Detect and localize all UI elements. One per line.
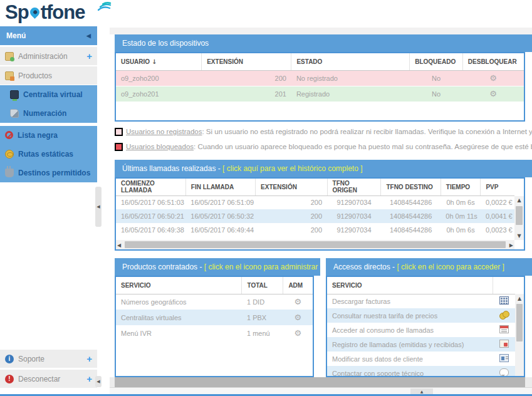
product-total: 1 DID <box>242 294 283 310</box>
sidebar-item-destinos-permitidos[interactable]: Destinos permitidos <box>0 164 97 182</box>
call-comienzo: 16/05/2017 06:49:38 <box>116 223 185 237</box>
legend-desc: : Cuando un usuario aparece bloqueado es… <box>194 143 532 150</box>
shortcut-row[interactable]: Registro de llamadas (emitidas y recibid… <box>327 337 515 352</box>
alert-icon: ! <box>5 375 14 383</box>
shortcut-row[interactable]: Descargar facturas <box>327 294 515 308</box>
sidebar-item-numeracion[interactable]: Numeración <box>0 104 97 123</box>
call-row[interactable]: 16/05/2017 06:49:38 16/05/2017 06:49:44 … <box>116 223 514 237</box>
scroll-down-icon[interactable]: ▼ <box>514 233 524 239</box>
panel-expand-button[interactable]: ▲ <box>410 388 433 394</box>
expand-plus-icon[interactable]: + <box>86 370 92 388</box>
products-title: Productos contratados - <box>122 263 204 271</box>
call-log-icon[interactable] <box>499 340 509 348</box>
col-usuario[interactable]: USUARIO ↓ <box>116 53 202 70</box>
call-origen: 912907034 <box>327 195 381 209</box>
call-row[interactable]: 16/05/2017 06:51:03 16/05/2017 06:51:09 … <box>116 195 514 209</box>
calls-vertical-scrollbar[interactable]: ▲ ▼ <box>514 196 524 240</box>
col-estado[interactable]: ESTADO <box>291 53 410 70</box>
scroll-up-icon[interactable]: ▲ <box>515 296 524 301</box>
device-bloqueado: No <box>410 86 463 102</box>
client-data-icon[interactable] <box>499 354 509 362</box>
info-icon: i <box>5 355 14 363</box>
col-extension[interactable]: EXTENSIÓN <box>256 179 327 195</box>
scroll-right-icon[interactable]: ▶ <box>509 242 513 248</box>
col-comienzo[interactable]: COMIENZO LLAMADA <box>116 179 185 195</box>
col-extension[interactable]: EXTENSIÓN <box>202 53 291 70</box>
content-top-strip <box>110 28 532 34</box>
consumption-icon[interactable] <box>499 325 509 333</box>
calls-history-link[interactable]: [ click aquí para ver el histórico compl… <box>222 164 362 173</box>
sidebar-item-label: Soporte <box>18 355 44 363</box>
sidebar-item-administracion[interactable]: Administración + <box>0 47 97 66</box>
shortcut-row[interactable]: Consultar nuestra tarifa de precios <box>327 308 515 323</box>
sidebar-item-soporte[interactable]: iSoporte + <box>0 350 97 368</box>
admin-gear-icon[interactable]: ⚙ <box>295 313 302 322</box>
page-horizontal-scroll-thumb[interactable] <box>115 377 525 387</box>
calls-section-header: Últimas llamadas realizadas - [ click aq… <box>115 160 532 177</box>
col-tiempo[interactable]: TIEMPO <box>441 179 481 195</box>
col-desbloquear[interactable]: DESBLOQUEAR <box>462 53 524 70</box>
expand-plus-icon[interactable]: + <box>86 350 92 368</box>
product-total: 1 menú <box>242 325 283 341</box>
col-total[interactable]: TOTAL <box>242 277 283 294</box>
logo-text-end: tfone <box>41 1 85 23</box>
sidebar-collapse-handle-bottom[interactable]: ◀ <box>95 376 102 387</box>
unblock-gear-icon[interactable]: ⚙ <box>489 89 497 98</box>
wifi-signal-icon <box>97 1 113 13</box>
sidebar-item-lista-negra[interactable]: Lista negra <box>0 126 97 145</box>
vertical-scroll-thumb[interactable] <box>516 206 523 225</box>
calls-horizontal-scrollbar[interactable]: ◀ ▶ <box>116 240 514 249</box>
sidebar-item-productos-contratados[interactable]: Productos contratados − <box>0 66 97 85</box>
sidebar-item-label: Rutas estáticas <box>18 150 73 159</box>
shortcut-row[interactable]: Acceder al consumo de llamadas <box>327 323 515 337</box>
col-bloqueado[interactable]: BLOQUEADO <box>410 53 463 70</box>
spotfone-app: Sptfone Menú ◀ Administración + Producto… <box>0 0 532 396</box>
admin-gear-icon[interactable]: ⚙ <box>295 328 302 338</box>
legend-term-link[interactable]: Usuarios no registrados <box>126 128 202 135</box>
col-destino[interactable]: TFNO DESTINO <box>381 179 441 195</box>
call-pvp: 0,0041 € <box>481 209 514 223</box>
scroll-up-icon[interactable]: ▲ <box>514 197 524 203</box>
products-admin-link[interactable]: [ click en el icono para administrar ] <box>204 263 320 271</box>
menu-collapse-icon: ◀ <box>86 26 91 45</box>
call-row-selected[interactable]: 16/05/2017 06:50:21 16/05/2017 06:50:32 … <box>116 209 514 223</box>
sidebar-menu-header[interactable]: Menú ◀ <box>0 26 97 45</box>
sidebar-item-centralita-virtual[interactable]: Centralita virtual <box>0 85 97 104</box>
shortcut-row[interactable]: Modificar sus datos de cliente <box>327 352 515 366</box>
col-adm[interactable]: ADM <box>283 277 313 294</box>
sidebar-collapse-handle[interactable]: ◀ <box>95 187 102 227</box>
call-pvp: 0,0023 € <box>481 223 514 237</box>
logo-text-start: Sp <box>5 1 29 23</box>
col-servicio[interactable]: SERVICIO <box>116 277 242 294</box>
unblock-gear-icon[interactable]: ⚙ <box>489 73 497 83</box>
sidebar-item-desconectar[interactable]: !Desconectar + <box>0 370 97 388</box>
sidebar-item-rutas-estaticas[interactable]: Rutas estáticas <box>0 145 97 164</box>
invoice-icon[interactable] <box>499 296 509 305</box>
admin-gear-icon[interactable]: ⚙ <box>295 297 302 306</box>
sidebar-item-label: Centralita virtual <box>23 90 83 99</box>
col-origen[interactable]: TFNO ORIGEN <box>327 179 381 195</box>
location-pin-icon <box>28 6 41 19</box>
col-servicio[interactable]: SERVICIO <box>327 277 493 294</box>
scroll-left-icon[interactable]: ◀ <box>117 242 121 248</box>
legend-unregistered: Usuarios no registrados: Si un usuario n… <box>115 127 532 137</box>
legend-blocked: Usuarios bloqueados: Cuando un usuario a… <box>115 142 532 152</box>
shortcut-row[interactable]: Contactar con soporte técnico <box>327 366 515 377</box>
product-row[interactable]: Números geográficos 1 DID ⚙ <box>116 294 313 310</box>
device-usuario: o9_zoho201 <box>116 86 202 102</box>
expand-plus-icon[interactable]: + <box>86 47 92 66</box>
col-pvp[interactable]: PVP <box>481 179 514 195</box>
prices-icon[interactable] <box>499 311 509 319</box>
product-row[interactable]: Menú IVR 1 menú ⚙ <box>116 325 313 341</box>
folder-products-icon <box>5 71 14 80</box>
product-row[interactable]: Centralitas virtuales 1 PBX ⚙ <box>116 310 313 325</box>
call-tiempo: 0h 0m 11s <box>441 209 481 223</box>
support-contact-icon[interactable] <box>499 368 509 377</box>
shortcuts-access-link[interactable]: [ click en el icono para acceder ] <box>397 263 504 271</box>
legend-term-link[interactable]: Usuarios bloqueados <box>126 143 194 150</box>
shortcuts-vertical-scrollbar[interactable]: ▲ <box>515 294 524 376</box>
bottom-strip <box>110 387 532 394</box>
horizontal-scroll-thumb[interactable] <box>125 241 506 248</box>
col-fin[interactable]: FIN LLAMADA <box>185 179 255 195</box>
vertical-scroll-thumb[interactable] <box>516 304 523 341</box>
